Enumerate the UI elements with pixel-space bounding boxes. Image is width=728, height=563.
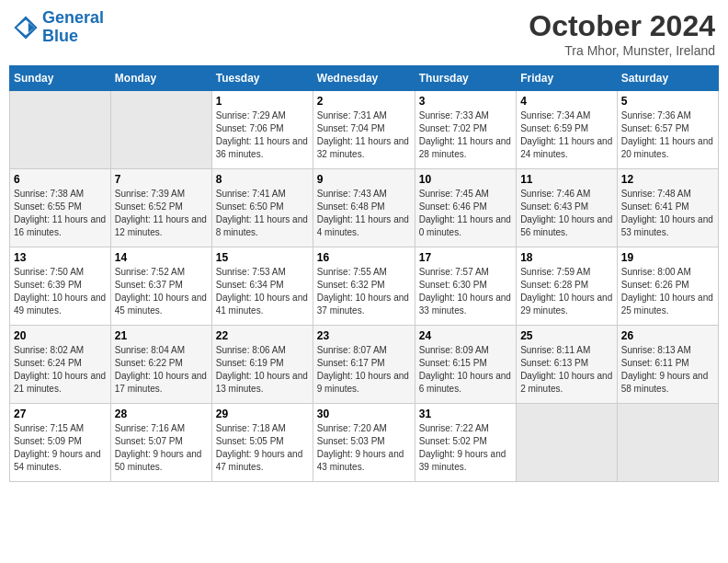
calendar-table: Sunday Monday Tuesday Wednesday Thursday… [9, 65, 719, 482]
calendar-cell: 20 Sunrise: 8:02 AMSunset: 6:24 PMDaylig… [10, 326, 111, 404]
calendar-week-1: 1 Sunrise: 7:29 AMSunset: 7:06 PMDayligh… [10, 91, 719, 169]
day-number: 21 [115, 329, 208, 342]
month-title: October 2024 [529, 9, 715, 43]
day-number: 5 [621, 95, 714, 108]
day-detail: Sunrise: 7:53 AMSunset: 6:34 PMDaylight:… [216, 266, 309, 317]
day-number: 15 [216, 251, 309, 264]
day-detail: Sunrise: 7:31 AMSunset: 7:04 PMDaylight:… [317, 109, 411, 161]
calendar-header-row: Sunday Monday Tuesday Wednesday Thursday… [10, 66, 719, 91]
header-wednesday: Wednesday [313, 66, 415, 91]
day-detail: Sunrise: 7:43 AMSunset: 6:48 PMDaylight:… [317, 188, 411, 239]
day-detail: Sunrise: 7:22 AMSunset: 5:02 PMDaylight:… [419, 422, 512, 474]
calendar-cell [617, 404, 718, 482]
day-detail: Sunrise: 7:59 AMSunset: 6:28 PMDaylight:… [520, 266, 613, 317]
calendar-cell: 17 Sunrise: 7:57 AMSunset: 6:30 PMDaylig… [415, 247, 516, 326]
calendar-cell: 8 Sunrise: 7:41 AMSunset: 6:50 PMDayligh… [211, 169, 313, 247]
calendar-cell: 29 Sunrise: 7:18 AMSunset: 5:05 PMDaylig… [211, 404, 313, 482]
calendar-cell: 7 Sunrise: 7:39 AMSunset: 6:52 PMDayligh… [110, 169, 211, 247]
calendar-cell: 15 Sunrise: 7:53 AMSunset: 6:34 PMDaylig… [211, 247, 313, 326]
day-detail: Sunrise: 7:34 AMSunset: 6:59 PMDaylight:… [520, 109, 613, 161]
day-number: 23 [317, 329, 411, 342]
day-detail: Sunrise: 8:02 AMSunset: 6:24 PMDaylight:… [14, 344, 107, 396]
calendar-week-4: 20 Sunrise: 8:02 AMSunset: 6:24 PMDaylig… [10, 326, 719, 404]
day-detail: Sunrise: 7:29 AMSunset: 7:06 PMDaylight:… [216, 109, 309, 161]
header-saturday: Saturday [617, 66, 718, 91]
day-number: 26 [621, 329, 714, 342]
logo-line2: Blue [42, 27, 78, 45]
calendar-cell: 1 Sunrise: 7:29 AMSunset: 7:06 PMDayligh… [211, 91, 313, 169]
day-number: 28 [115, 408, 208, 420]
day-detail: Sunrise: 7:38 AMSunset: 6:55 PMDaylight:… [14, 188, 107, 239]
header-tuesday: Tuesday [211, 66, 313, 91]
logo: General Blue [13, 9, 104, 46]
header-monday: Monday [110, 66, 211, 91]
day-detail: Sunrise: 8:09 AMSunset: 6:15 PMDaylight:… [419, 344, 512, 396]
calendar-cell: 26 Sunrise: 8:13 AMSunset: 6:11 PMDaylig… [617, 326, 718, 404]
day-detail: Sunrise: 7:48 AMSunset: 6:41 PMDaylight:… [621, 188, 714, 239]
calendar-cell: 28 Sunrise: 7:16 AMSunset: 5:07 PMDaylig… [110, 404, 211, 482]
day-detail: Sunrise: 8:11 AMSunset: 6:13 PMDaylight:… [520, 344, 613, 396]
day-number: 7 [115, 173, 208, 186]
calendar-cell [517, 404, 618, 482]
day-detail: Sunrise: 7:16 AMSunset: 5:07 PMDaylight:… [115, 422, 208, 474]
calendar-cell: 6 Sunrise: 7:38 AMSunset: 6:55 PMDayligh… [10, 169, 111, 247]
day-detail: Sunrise: 7:20 AMSunset: 5:03 PMDaylight:… [317, 422, 411, 474]
day-number: 18 [520, 251, 613, 264]
day-number: 14 [115, 251, 208, 264]
day-number: 11 [520, 173, 613, 186]
page-header: General Blue October 2024 Tra Mhor, Muns… [9, 9, 719, 58]
day-detail: Sunrise: 7:45 AMSunset: 6:46 PMDaylight:… [419, 188, 512, 239]
location-subtitle: Tra Mhor, Munster, Ireland [529, 43, 715, 58]
header-sunday: Sunday [10, 66, 111, 91]
day-number: 1 [216, 95, 309, 108]
day-number: 30 [317, 408, 411, 420]
day-number: 4 [520, 95, 613, 108]
day-number: 10 [419, 173, 512, 186]
day-number: 20 [14, 329, 107, 342]
calendar-cell: 9 Sunrise: 7:43 AMSunset: 6:48 PMDayligh… [313, 169, 415, 247]
day-detail: Sunrise: 7:41 AMSunset: 6:50 PMDaylight:… [216, 188, 309, 239]
day-number: 19 [621, 251, 714, 264]
title-block: October 2024 Tra Mhor, Munster, Ireland [529, 9, 715, 58]
calendar-week-2: 6 Sunrise: 7:38 AMSunset: 6:55 PMDayligh… [10, 169, 719, 247]
day-detail: Sunrise: 7:39 AMSunset: 6:52 PMDaylight:… [115, 188, 208, 239]
day-number: 8 [216, 173, 309, 186]
day-number: 17 [419, 251, 512, 264]
day-number: 6 [14, 173, 107, 186]
day-detail: Sunrise: 8:00 AMSunset: 6:26 PMDaylight:… [621, 266, 714, 317]
day-number: 31 [419, 408, 512, 420]
day-detail: Sunrise: 8:04 AMSunset: 6:22 PMDaylight:… [115, 344, 208, 396]
day-detail: Sunrise: 7:33 AMSunset: 7:02 PMDaylight:… [419, 109, 512, 161]
day-number: 27 [14, 408, 107, 420]
day-detail: Sunrise: 8:07 AMSunset: 6:17 PMDaylight:… [317, 344, 411, 396]
calendar-cell: 31 Sunrise: 7:22 AMSunset: 5:02 PMDaylig… [415, 404, 516, 482]
day-detail: Sunrise: 7:18 AMSunset: 5:05 PMDaylight:… [216, 422, 309, 474]
calendar-week-5: 27 Sunrise: 7:15 AMSunset: 5:09 PMDaylig… [10, 404, 719, 482]
calendar-cell [110, 91, 211, 169]
day-detail: Sunrise: 7:46 AMSunset: 6:43 PMDaylight:… [520, 188, 613, 239]
day-detail: Sunrise: 7:52 AMSunset: 6:37 PMDaylight:… [115, 266, 208, 317]
calendar-cell: 13 Sunrise: 7:50 AMSunset: 6:39 PMDaylig… [10, 247, 111, 326]
calendar-cell: 22 Sunrise: 8:06 AMSunset: 6:19 PMDaylig… [211, 326, 313, 404]
calendar-cell: 10 Sunrise: 7:45 AMSunset: 6:46 PMDaylig… [415, 169, 516, 247]
day-detail: Sunrise: 7:50 AMSunset: 6:39 PMDaylight:… [14, 266, 107, 317]
day-number: 16 [317, 251, 411, 264]
day-number: 13 [14, 251, 107, 264]
calendar-cell: 30 Sunrise: 7:20 AMSunset: 5:03 PMDaylig… [313, 404, 415, 482]
calendar-cell: 25 Sunrise: 8:11 AMSunset: 6:13 PMDaylig… [517, 326, 618, 404]
calendar-cell: 14 Sunrise: 7:52 AMSunset: 6:37 PMDaylig… [110, 247, 211, 326]
day-detail: Sunrise: 7:57 AMSunset: 6:30 PMDaylight:… [419, 266, 512, 317]
calendar-cell: 24 Sunrise: 8:09 AMSunset: 6:15 PMDaylig… [415, 326, 516, 404]
logo-icon [13, 15, 39, 40]
calendar-cell: 5 Sunrise: 7:36 AMSunset: 6:57 PMDayligh… [617, 91, 718, 169]
calendar-cell: 21 Sunrise: 8:04 AMSunset: 6:22 PMDaylig… [110, 326, 211, 404]
calendar-cell: 19 Sunrise: 8:00 AMSunset: 6:26 PMDaylig… [617, 247, 718, 326]
calendar-cell: 11 Sunrise: 7:46 AMSunset: 6:43 PMDaylig… [517, 169, 618, 247]
day-detail: Sunrise: 8:06 AMSunset: 6:19 PMDaylight:… [216, 344, 309, 396]
day-number: 9 [317, 173, 411, 186]
day-detail: Sunrise: 7:15 AMSunset: 5:09 PMDaylight:… [14, 422, 107, 474]
calendar-cell [10, 91, 111, 169]
day-number: 12 [621, 173, 714, 186]
day-number: 24 [419, 329, 512, 342]
calendar-cell: 18 Sunrise: 7:59 AMSunset: 6:28 PMDaylig… [517, 247, 618, 326]
